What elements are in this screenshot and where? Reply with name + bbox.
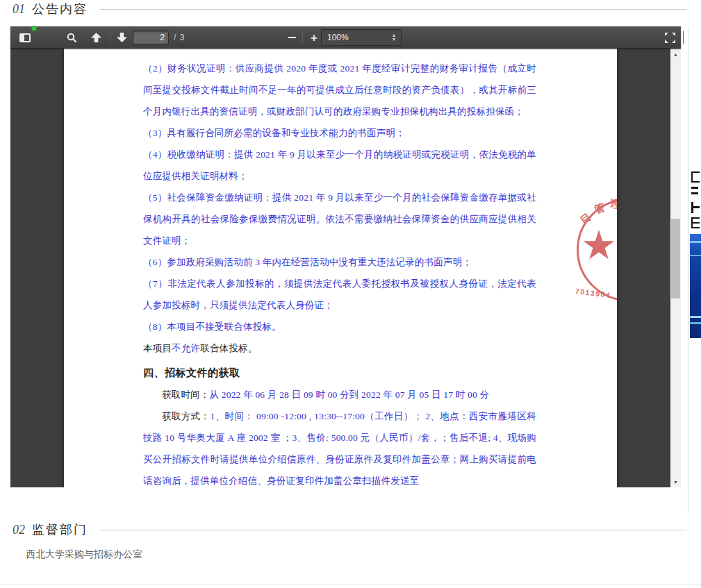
plus-icon: + bbox=[311, 32, 317, 44]
pdf-viewer-canvas: （2）财务状况证明：供应商提供 2020 年度或 2021 年度经审计完整的财务… bbox=[10, 49, 681, 487]
triangle-up-icon: ▲ bbox=[673, 52, 678, 57]
search-icon bbox=[67, 33, 77, 43]
clipped-text-fragments bbox=[688, 171, 700, 233]
document-paragraph: 获取方式：1、时间： 09:00 -12:00 , 13:30--17:00（工… bbox=[143, 405, 536, 487]
section-divider-line bbox=[99, 9, 686, 10]
minus-icon bbox=[288, 37, 296, 38]
zoom-out-button[interactable] bbox=[283, 29, 301, 46]
document-paragraph: 本项目不允许联合体投标。 bbox=[143, 337, 536, 359]
document-text: （2）财务状况证明：供应商提供 2020 年度或 2021 年度经审计完整的财务… bbox=[64, 49, 617, 487]
clipped-side-panel bbox=[688, 26, 701, 512]
zoom-level-value: 100% bbox=[322, 33, 388, 42]
spinner-icon: ▲ ▼ bbox=[388, 33, 401, 42]
notification-dot bbox=[31, 26, 37, 31]
toolbar-separator bbox=[110, 31, 110, 44]
section-divider-line bbox=[99, 530, 686, 530]
supervisor-department-name: 西北大学采购与招标办公室 bbox=[26, 548, 142, 561]
fullscreen-icon bbox=[665, 33, 675, 43]
stamp-text: 理 bbox=[611, 198, 617, 212]
toolbar-separator bbox=[302, 31, 303, 44]
section-number: 02 bbox=[13, 523, 25, 537]
zoom-level-select[interactable]: 100% ▲ ▼ bbox=[321, 29, 402, 46]
scrollbar-down-button[interactable]: ▼ bbox=[670, 476, 681, 487]
pdf-toolbar: / 3 + 100% ▲ ▼ bbox=[10, 26, 681, 49]
pdf-page: （2）财务状况证明：供应商提供 2020 年度或 2021 年度经审计完整的财务… bbox=[64, 49, 617, 487]
chevron-up-icon bbox=[91, 33, 101, 42]
document-paragraph: （3）具有履行合同所必需的设备和专业技术能力的书面声明； bbox=[143, 122, 536, 144]
section-title: 监督部门 bbox=[32, 521, 88, 538]
section-header-supervisor: 02 监督部门 bbox=[13, 521, 88, 539]
scrollbar-up-button[interactable]: ▲ bbox=[670, 49, 681, 60]
document-paragraph: （5）社会保障资金缴纳证明：提供 2021 年 9 月以来至少一个月的社会保障资… bbox=[143, 187, 536, 251]
triangle-down-icon: ▼ bbox=[673, 480, 678, 485]
document-paragraph: 获取时间：从 2022 年 06 月 28 日 09 时 00 分到 2022 … bbox=[143, 384, 536, 405]
page-number-input[interactable] bbox=[133, 31, 169, 44]
stamp-star-icon: ★ bbox=[581, 225, 617, 265]
document-paragraph: （2）财务状况证明：供应商提供 2020 年度或 2021 年度经审计完整的财务… bbox=[143, 58, 536, 122]
sidebar-toggle-icon bbox=[19, 33, 31, 42]
search-button[interactable] bbox=[63, 29, 81, 46]
next-page-button[interactable] bbox=[113, 29, 131, 46]
section-header-announcement: 01 公告内容 bbox=[13, 0, 88, 18]
previous-page-button[interactable] bbox=[87, 29, 105, 46]
section-title: 公告内容 bbox=[32, 1, 88, 17]
toolbar-separator bbox=[683, 31, 684, 44]
clipped-banner-image bbox=[690, 234, 701, 338]
document-paragraph: 四、招标文件的获取 bbox=[143, 362, 536, 384]
document-paragraph: （7）非法定代表人参加投标的，须提供法定代表人委托授权书及被授权人身份证，法定代… bbox=[143, 273, 536, 316]
chevron-down-icon bbox=[117, 33, 127, 42]
scrollbar-thumb[interactable] bbox=[671, 219, 680, 299]
document-paragraph: （6）参加政府采购活动前 3 年内在经营活动中没有重大违法记录的书面声明； bbox=[143, 251, 536, 273]
red-seal-stamp: 目 管 理 ★ 7013904 bbox=[577, 193, 617, 328]
page-total-label: / 3 bbox=[174, 33, 185, 42]
section-number: 01 bbox=[13, 2, 25, 17]
sidebar-toggle-button[interactable] bbox=[16, 29, 34, 46]
document-paragraph: （4）税收缴纳证明：提供 2021 年 9 月以来至少一个月的纳税证明或完税证明… bbox=[143, 144, 536, 187]
fullscreen-button[interactable] bbox=[661, 29, 679, 46]
viewer-scrollbar: ▲ ▼ bbox=[670, 49, 681, 487]
page-bottom-border bbox=[0, 585, 701, 585]
document-paragraph: （8）本项目不接受联合体投标。 bbox=[143, 316, 536, 337]
pdf-viewer: / 3 + 100% ▲ ▼ （2）财务状况证明：供应商提供 bbox=[10, 26, 681, 487]
